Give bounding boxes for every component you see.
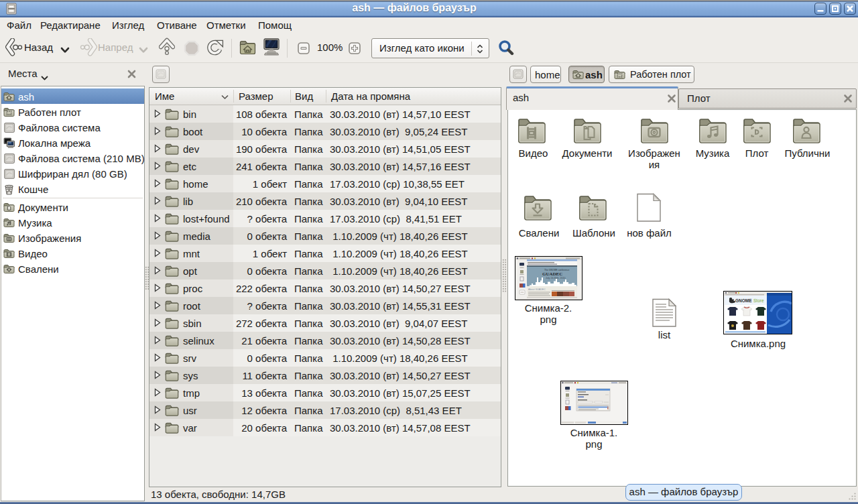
- svg-text:Store: Store: [753, 298, 764, 303]
- svg-text:About GUADEC: About GUADEC: [528, 288, 546, 291]
- svg-text:GUADEC: GUADEC: [542, 271, 562, 277]
- svg-text:July 24-30th, 2010: July 24-30th, 2010: [546, 277, 566, 279]
- svg-text:GNOME: GNOME: [735, 298, 752, 303]
